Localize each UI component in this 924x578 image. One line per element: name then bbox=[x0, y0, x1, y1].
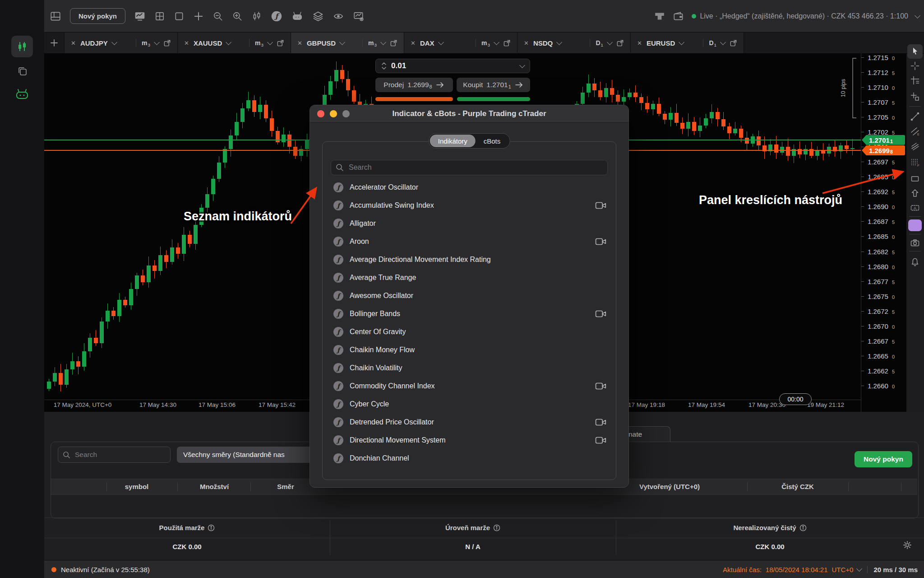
detach-window-icon[interactable] bbox=[163, 39, 171, 47]
indicator-list-item[interactable]: ƒDetrended Price Oscillator bbox=[323, 413, 616, 431]
tab-cbots[interactable]: cBots bbox=[476, 135, 509, 147]
gear-icon[interactable] bbox=[902, 540, 912, 550]
video-tutorial-icon[interactable] bbox=[595, 382, 607, 391]
chevron-down-icon[interactable] bbox=[380, 39, 386, 45]
indicator-list-item[interactable]: ƒDonchian Channel bbox=[323, 449, 616, 467]
chevron-down-icon[interactable] bbox=[857, 566, 863, 572]
dialog-titlebar[interactable]: Indicator & cBots - Purple Trading cTrad… bbox=[310, 105, 628, 123]
close-icon[interactable]: ✕ bbox=[71, 40, 76, 47]
sidebar-item-algo[interactable] bbox=[15, 88, 29, 100]
grid-layout-button[interactable] bbox=[154, 11, 165, 22]
indicator-list-item[interactable]: ƒAwesome Oscillator bbox=[323, 287, 616, 305]
equidistant-channel-tool-icon[interactable]: E bbox=[910, 126, 920, 136]
chevron-down-icon[interactable] bbox=[679, 39, 684, 45]
chevron-down-icon[interactable] bbox=[494, 39, 499, 45]
tab-automate-partial[interactable]: nate bbox=[622, 426, 670, 442]
tab-indicators[interactable]: Indikátory bbox=[430, 135, 476, 147]
new-tab-button[interactable] bbox=[44, 33, 65, 53]
chart-settings-button[interactable] bbox=[353, 11, 365, 22]
trendline-tool-icon[interactable] bbox=[910, 112, 920, 121]
chart-tab-audjpy[interactable]: ✕AUDJPYm3 bbox=[65, 33, 178, 53]
video-tutorial-icon[interactable] bbox=[595, 309, 607, 318]
account-summary[interactable]: Live · „Hedged“ (zajištěné, hedgované) ·… bbox=[654, 0, 919, 33]
search-input[interactable] bbox=[348, 163, 593, 172]
quantity-stepper[interactable]: 0.01 bbox=[375, 59, 530, 73]
timezone-value[interactable]: UTC+0 bbox=[832, 566, 853, 573]
new-order-button[interactable]: Nový pokyn bbox=[855, 451, 912, 467]
arrow-shape-tool-icon[interactable] bbox=[910, 188, 920, 198]
detach-window-icon[interactable] bbox=[277, 39, 284, 47]
indicator-list-item[interactable]: ƒChaikin Money Flow bbox=[323, 341, 616, 359]
cursor-tool-icon[interactable] bbox=[910, 46, 920, 56]
zoom-out-button[interactable] bbox=[213, 11, 223, 22]
chevron-down-icon[interactable] bbox=[111, 39, 117, 45]
visibility-button[interactable] bbox=[333, 11, 344, 22]
close-icon[interactable]: ✕ bbox=[637, 40, 642, 47]
indicator-list-item[interactable]: ƒAccumulative Swing Index bbox=[323, 196, 616, 214]
close-icon[interactable]: ✕ bbox=[184, 40, 189, 47]
indicator-list-item[interactable]: ƒCyber Cycle bbox=[323, 395, 616, 413]
chart-type-button[interactable] bbox=[251, 11, 262, 22]
indicator-list-item[interactable]: ƒChaikin Volatility bbox=[323, 359, 616, 377]
rectangle-tool-icon[interactable] bbox=[910, 174, 920, 184]
chart-tab-dax[interactable]: ✕DAXm3 bbox=[404, 33, 517, 53]
sidebar-item-copy[interactable] bbox=[17, 66, 28, 77]
cbots-button[interactable] bbox=[291, 11, 304, 22]
crosshair-box-tool-icon[interactable] bbox=[910, 92, 920, 102]
bell-icon[interactable] bbox=[910, 257, 920, 267]
chevron-down-icon[interactable] bbox=[915, 13, 920, 19]
crosshair-measure-tool-icon[interactable] bbox=[910, 75, 920, 85]
indicators-button[interactable]: ƒ bbox=[271, 10, 282, 22]
close-icon[interactable]: ✕ bbox=[411, 40, 416, 47]
color-swatch[interactable] bbox=[908, 219, 922, 231]
column-header[interactable]: Množství bbox=[200, 483, 229, 490]
chevron-down-icon[interactable] bbox=[438, 39, 444, 45]
price-scale[interactable]: 1.271501.271251.271001.270751.270501.270… bbox=[861, 53, 906, 412]
info-icon[interactable] bbox=[799, 524, 807, 531]
chevron-down-icon[interactable] bbox=[519, 62, 525, 68]
indicator-search[interactable] bbox=[331, 160, 608, 175]
zoom-in-button[interactable] bbox=[232, 11, 243, 22]
add-chart-button[interactable] bbox=[193, 11, 204, 22]
chart-tab-nsdq[interactable]: ✕NSDQD1 bbox=[517, 33, 631, 53]
video-tutorial-icon[interactable] bbox=[595, 237, 607, 246]
andrews-pitchfork-tool-icon[interactable] bbox=[910, 141, 920, 151]
video-tutorial-icon[interactable] bbox=[595, 201, 607, 210]
close-icon[interactable]: ✕ bbox=[524, 40, 529, 47]
indicator-list-item[interactable]: ƒDirectional Movement System bbox=[323, 431, 616, 449]
video-tutorial-icon[interactable] bbox=[595, 436, 607, 445]
fibonacci-grid-tool-icon[interactable]: F bbox=[910, 158, 920, 168]
column-header[interactable]: Čistý CZK bbox=[781, 483, 814, 490]
close-icon[interactable]: ✕ bbox=[297, 40, 302, 47]
chevron-down-icon[interactable] bbox=[226, 39, 231, 45]
indicator-list-item[interactable]: ƒCommodity Channel Index bbox=[323, 377, 616, 395]
indicator-list-item[interactable]: ƒAlligator bbox=[323, 214, 616, 233]
search-input[interactable] bbox=[74, 450, 157, 459]
positions-search[interactable] bbox=[58, 447, 171, 463]
chevron-down-icon[interactable] bbox=[154, 39, 160, 45]
indicator-list-item[interactable]: ƒCenter Of Gravity bbox=[323, 323, 616, 341]
chevron-down-icon[interactable] bbox=[339, 39, 345, 45]
direction-filter-dropdown[interactable]: Všechny směry (Standardně nas bbox=[177, 447, 320, 463]
chevron-down-icon[interactable] bbox=[720, 39, 726, 45]
info-icon[interactable] bbox=[493, 524, 500, 531]
templates-button[interactable] bbox=[312, 10, 324, 22]
panel-layout-button[interactable] bbox=[50, 11, 61, 22]
indicator-list-item[interactable]: ƒAccelerator Oscillator bbox=[323, 178, 616, 196]
detach-window-icon[interactable] bbox=[390, 39, 397, 47]
chart-tab-eurusd[interactable]: ✕EURUSDD1 bbox=[631, 33, 744, 53]
column-header[interactable]: Vytvořený (UTC+0) bbox=[639, 483, 700, 490]
detach-window-icon[interactable] bbox=[730, 39, 737, 47]
chart-display-button[interactable] bbox=[134, 11, 146, 22]
sidebar-item-trade[interactable] bbox=[11, 36, 33, 57]
chevron-down-icon[interactable] bbox=[556, 39, 562, 45]
chart-tab-xauusd[interactable]: ✕XAUUSDm3 bbox=[178, 33, 291, 53]
buy-button[interactable]: Koupit 1.27011 bbox=[457, 78, 530, 92]
sell-button[interactable]: Prodej 1.26998 bbox=[375, 78, 453, 92]
detach-window-icon[interactable] bbox=[616, 39, 624, 47]
crosshair-tool-icon[interactable] bbox=[910, 61, 920, 71]
video-tutorial-icon[interactable] bbox=[595, 418, 607, 427]
info-icon[interactable] bbox=[208, 524, 215, 531]
column-header[interactable]: Směr bbox=[277, 483, 294, 490]
camera-icon[interactable] bbox=[910, 238, 920, 248]
